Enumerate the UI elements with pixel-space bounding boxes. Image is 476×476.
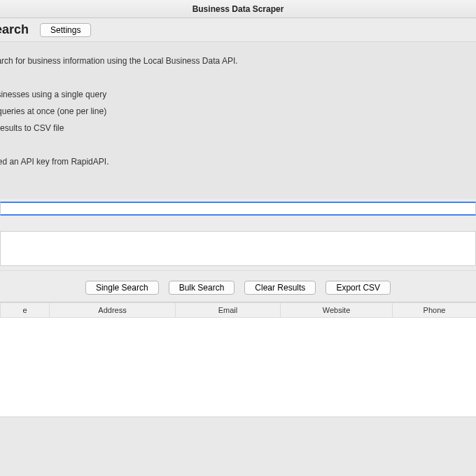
export-csv-button-label: Export CSV <box>336 283 380 293</box>
table-header-row: e Address Email Website Phone <box>1 303 477 318</box>
header-row: ess Search Settings <box>0 18 476 42</box>
window-title: Business Data Scraper <box>192 4 284 14</box>
export-csv-button[interactable]: Export CSV <box>326 281 391 295</box>
clear-results-button-label: Clear Results <box>255 283 305 293</box>
settings-button[interactable]: Settings <box>40 23 91 37</box>
bulk-search-button-label: Bulk Search <box>179 283 225 293</box>
window-titlebar: Business Data Scraper <box>0 0 476 18</box>
page-title: ess Search <box>0 22 29 37</box>
bulk-line-1: an francisco <box>0 249 475 257</box>
single-search-input[interactable] <box>0 202 476 216</box>
results-table: e Address Email Website Phone <box>0 302 476 318</box>
info-intro: allows you to search for business inform… <box>0 55 470 67</box>
bulk-label: uery per line): <box>0 221 476 231</box>
info-line-2: Search multiple queries at once (one per… <box>0 105 470 118</box>
col-name[interactable]: e <box>1 303 50 318</box>
info-api-note: plication, you need an API key from Rapi… <box>0 155 470 168</box>
bulk-search-textarea[interactable]: an francisco wn <box>0 231 476 266</box>
col-email[interactable]: Email <box>176 303 281 318</box>
action-buttons-row: Single Search Bulk Search Clear Results … <box>0 270 476 302</box>
footer-area <box>0 416 476 476</box>
clear-results-button[interactable]: Clear Results <box>244 281 316 295</box>
info-block: allows you to search for business inform… <box>0 42 476 199</box>
info-line-1: h: Search for businesses using a single … <box>0 88 470 101</box>
settings-button-label: Settings <box>50 25 80 35</box>
col-website[interactable]: Website <box>281 303 393 318</box>
col-address[interactable]: Address <box>50 303 176 318</box>
col-phone[interactable]: Phone <box>393 303 477 318</box>
single-search-button[interactable]: Single Search <box>85 281 159 295</box>
bulk-search-button[interactable]: Bulk Search <box>169 281 235 295</box>
info-line-3: ts: Save search results to CSV file <box>0 122 470 134</box>
single-search-button-label: Single Search <box>96 283 148 293</box>
